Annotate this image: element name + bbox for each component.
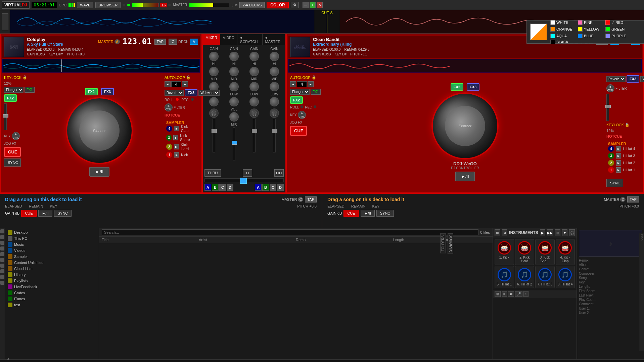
ch2-gain-knob[interactable] — [229, 52, 239, 61]
deck-b-pitch-slider[interactable] — [606, 94, 609, 121]
ch2-hi-knob[interactable] — [229, 67, 239, 76]
tree-history[interactable]: History — [6, 272, 98, 278]
ch4-hi-knob[interactable] — [270, 67, 279, 76]
tree-playlists[interactable]: Playlists — [6, 278, 98, 284]
color-yellow[interactable]: YELLOW — [578, 26, 605, 32]
inst-kick-snare[interactable]: 🥁 3. Kick Sna... — [535, 239, 555, 265]
deck-d-sync-button[interactable]: SYNC — [376, 210, 394, 217]
tree-crates[interactable]: Crates — [6, 290, 98, 296]
sample-b-play-2[interactable]: ▶ — [616, 160, 621, 166]
color-green[interactable]: GREEN — [605, 26, 632, 32]
maximize-button[interactable]: + — [310, 2, 316, 8]
bb-list-btn[interactable]: ≡ — [502, 291, 507, 297]
sidebar-icon-7[interactable] — [0, 264, 4, 268]
color-white[interactable]: WHITE — [550, 19, 577, 26]
tree-desktop[interactable]: Desktop — [6, 229, 98, 235]
curve-btn-1[interactable]: ⊓ — [243, 169, 252, 177]
ch3-low-knob[interactable] — [249, 97, 259, 106]
deck-b-fx3-top[interactable]: FX3 — [467, 83, 479, 91]
color-orange[interactable]: ORANGE — [550, 26, 577, 32]
crossfader[interactable] — [204, 178, 284, 182]
ch1-hi-knob[interactable] — [209, 67, 219, 76]
deck-b-fx2-btn[interactable]: FX2 — [290, 96, 303, 104]
sidebar-icon-8[interactable] — [0, 269, 4, 273]
mixer-tab-master[interactable]: ● MASTER — [263, 34, 285, 45]
ch4-mid-knob[interactable] — [270, 82, 279, 91]
ch4-headphone-knob[interactable]: 🎧 — [270, 108, 279, 118]
deck-a-sync-button[interactable]: SYNC — [4, 159, 21, 167]
info-tab[interactable]: INFO — [640, 234, 643, 240]
b-loop-left[interactable]: ◄ — [290, 81, 296, 87]
deck-a-fx3-top[interactable]: FX3 — [101, 88, 114, 95]
deck-a-fx2-button[interactable]: FX2 — [4, 94, 17, 102]
deck-a-fx3-btn[interactable]: FX3 — [185, 89, 197, 96]
tree-itunes[interactable]: iTunes — [6, 296, 98, 302]
b-loop-right[interactable]: ► — [308, 81, 314, 87]
ab-b-right[interactable]: B — [262, 184, 269, 191]
tree-sampler[interactable]: Sampler — [6, 254, 98, 260]
deck-d-tap[interactable]: TAP — [627, 196, 639, 202]
ch4-low-knob[interactable] — [270, 97, 279, 106]
deck-b-play-button[interactable]: ►/II — [455, 172, 475, 181]
inst-hihat1[interactable]: 🎵 5. HiHat 1 — [495, 266, 514, 288]
mixer-tab-scratch[interactable]: ● SCRATCH — [237, 34, 262, 45]
tree-music[interactable]: Music — [6, 241, 98, 247]
bb-sort-btn[interactable]: ↕ — [523, 291, 528, 297]
ab-d-right[interactable]: D — [277, 184, 284, 191]
tree-thispc[interactable]: This PC — [6, 235, 98, 241]
sidebar-icon-5[interactable] — [0, 252, 4, 256]
deck-d-cue-button[interactable]: CUE — [343, 210, 359, 217]
deck-c-cue-button[interactable]: CUE — [21, 210, 36, 217]
sideview-tab[interactable]: SIDEVIEW — [448, 233, 453, 254]
sample-a-play-3[interactable]: ▶ — [173, 135, 178, 140]
bb-grid-btn[interactable]: ⊞ — [495, 291, 501, 297]
deck-a-key-ctrl[interactable]: ACTRL — [12, 132, 20, 140]
ch1-low-knob[interactable] — [209, 97, 219, 106]
deck-b-fx1-button[interactable]: FX1 — [311, 89, 321, 95]
color-black[interactable]: BLACK — [550, 40, 577, 44]
deck-a-tap-button[interactable]: TAP — [154, 39, 166, 45]
inst-hihat3[interactable]: 🎵 7. HiHat 3 — [535, 266, 555, 288]
sample-a-play-4[interactable]: ▶ — [174, 126, 179, 131]
deck-b-sync-button[interactable]: SYNC — [606, 179, 623, 187]
deck-a-fx1-button[interactable]: FX1 — [25, 87, 35, 93]
deck-c-sync-button[interactable]: SYNC — [54, 210, 72, 217]
tree-content[interactable]: Content Unlimited — [6, 260, 98, 266]
deck-b-b-ctrl[interactable]: BCTRL — [606, 84, 614, 92]
ab-b-button[interactable]: B — [212, 184, 219, 191]
search-input[interactable] — [102, 229, 478, 235]
deck-a-pitch-slider[interactable] — [4, 103, 7, 130]
close-button[interactable]: ✕ — [317, 2, 323, 8]
deck-b-a-ctrl[interactable]: ACTRL — [298, 111, 306, 119]
color-button[interactable]: COLOR — [267, 2, 288, 8]
sidebar-icon-3[interactable] — [0, 241, 4, 245]
sidebar-icon-9[interactable] — [0, 275, 4, 279]
minimize-button[interactable]: — — [303, 2, 309, 8]
deck-b-fx3-btn[interactable]: FX3 — [627, 75, 639, 83]
ab-d-left[interactable]: D — [227, 184, 233, 191]
inst-grid-btn[interactable]: ⊞ — [495, 229, 500, 236]
sample-b-play-1[interactable]: ▶ — [616, 167, 621, 173]
sidebar-icon-4[interactable] — [0, 246, 4, 251]
tree-cloud[interactable]: Cloud Lists — [6, 266, 98, 272]
ch3-headphone-knob[interactable]: 🎧 — [249, 108, 259, 118]
sidebar-icon-6[interactable] — [0, 258, 4, 262]
deck-a-play-button[interactable]: ►/II — [89, 167, 109, 177]
inst-more-btn[interactable]: ▼ — [562, 229, 568, 236]
settings-button[interactable]: ⚙ — [291, 2, 299, 8]
inst-kick-clap[interactable]: 🥁 4. Kick Clap — [556, 239, 575, 265]
color-aqua[interactable]: AQUA — [550, 33, 577, 39]
ab-a-button[interactable]: A — [204, 184, 211, 191]
deck-a-c-button[interactable]: C — [169, 39, 177, 45]
color-red[interactable]: ✓ RED — [605, 19, 632, 26]
tree-livefeedback[interactable]: LiveFeedback — [6, 284, 98, 290]
ch1-fader[interactable] — [213, 119, 215, 152]
deck-c-play-button[interactable]: ►/II — [38, 210, 52, 217]
b-flanger-select[interactable]: Flanger — [290, 89, 310, 95]
ab-a-right[interactable]: A — [255, 184, 262, 191]
ab-c-right[interactable]: C — [270, 184, 276, 191]
browser-button[interactable]: BROWSER — [95, 2, 121, 8]
inst-prev-btn[interactable]: ◄ — [502, 229, 508, 236]
b-wahwah-select[interactable]: Wahwah — [640, 76, 644, 82]
inst-layout-btn[interactable]: ⊞ — [555, 229, 560, 236]
